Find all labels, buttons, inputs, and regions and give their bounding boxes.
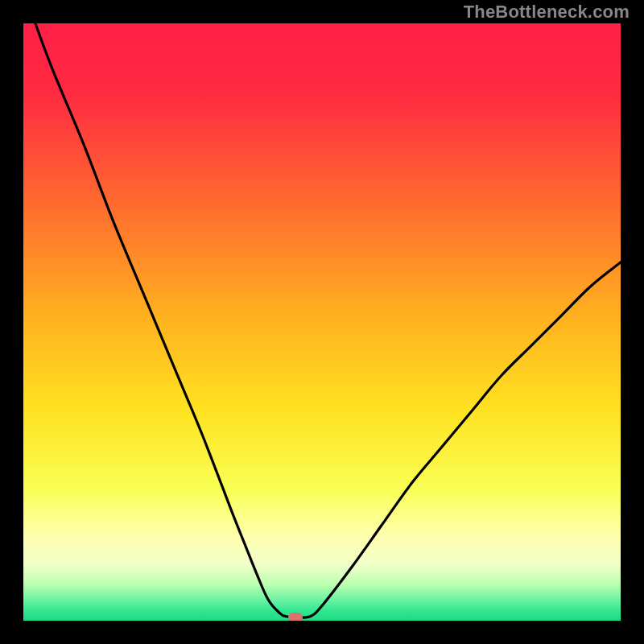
plot-area: [23, 23, 621, 621]
watermark-text: TheBottleneck.com: [464, 2, 630, 23]
target-marker: [288, 613, 303, 621]
bottleneck-curve: [35, 23, 621, 617]
chart-frame: TheBottleneck.com: [0, 0, 644, 644]
chart-curve-layer: [23, 23, 621, 621]
